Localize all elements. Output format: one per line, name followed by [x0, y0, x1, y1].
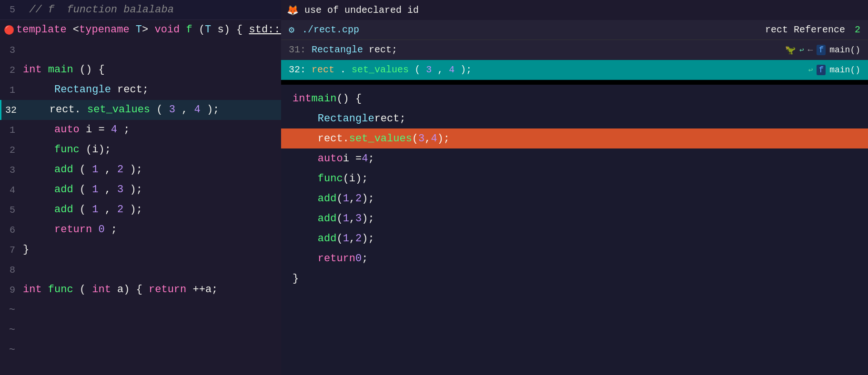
rect-decl-code: Rectangle rect; — [23, 80, 277, 100]
ref-line-32[interactable]: 32: rect . set_values ( 3 , 4 ); ↩ f mai… — [281, 60, 868, 80]
left-panel: 5 // f function balalaba 🔴 template <typ… — [0, 0, 281, 375]
ln-blank8: 8 — [4, 265, 23, 276]
ln-func: 2 — [4, 145, 23, 156]
tilde-3: ~ — [0, 340, 281, 360]
ref-title-text: rect Reference 2 — [765, 24, 860, 35]
ln-auto: 1 — [4, 125, 23, 136]
ln-3: 3 — [4, 45, 23, 56]
line-blank-3: 3 — [0, 40, 281, 60]
preview-line-4: auto i = 4 ; — [281, 148, 868, 168]
f-icon-32: f — [817, 65, 826, 75]
tilde-1: ~ — [0, 300, 281, 320]
ln-close: 7 — [4, 245, 23, 256]
line-set-values: 32 rect. set_values ( 3 , 4 ); — [0, 100, 281, 120]
line-add3: 5 add ( 1 , 2 ); — [0, 200, 281, 220]
fox-icon: 🦊 — [287, 4, 299, 16]
ln-return: 6 — [4, 225, 23, 236]
ref-icons-31: 🦖 ↩ ← f main() — [785, 45, 860, 55]
ref-count: 2 — [855, 24, 860, 35]
tilde-2: ~ — [0, 320, 281, 340]
ref-linenum-32: 32: — [289, 64, 306, 75]
ref-line-31[interactable]: 31: Rectangle rect; 🦖 ↩ ← f main() — [281, 40, 868, 60]
line-close-brace: 7 } — [0, 240, 281, 260]
error-bar: 🦊 use of undeclared id — [281, 0, 868, 20]
template-code: template <typename T> void f (T s) { std… — [16, 20, 281, 40]
func-def-code: int func ( int a) { return ++a; — [23, 280, 277, 300]
line-template: 🔴 template <typename T> void f (T s) { s… — [0, 20, 281, 40]
add2-code: add ( 1 , 3 ); — [23, 180, 277, 200]
ref-linenum-31: 31: — [289, 44, 306, 55]
add1-code: add ( 1 , 2 ); — [23, 160, 277, 180]
right-panel: 🦊 use of undeclared id ⚙ ./rect.cpp rect… — [281, 0, 868, 375]
preview-line-6: add ( 1 , 2 ); — [281, 188, 868, 208]
func-call-code: func (i); — [23, 140, 277, 160]
ln-funcdef: 9 — [4, 285, 23, 296]
ln-rect: 1 — [4, 85, 23, 96]
main-label-32: main() — [829, 65, 860, 75]
set-values-code: rect. set_values ( 3 , 4 ); — [24, 100, 277, 120]
ln-main: 2 — [4, 65, 23, 76]
line-return: 6 return 0 ; — [0, 220, 281, 240]
references-header: ⚙ ./rect.cpp rect Reference 2 — [281, 20, 868, 40]
dino-icon-31: 🦖 — [785, 45, 796, 55]
preview-line-5: func (i); — [281, 168, 868, 188]
line-blank8: 8 — [0, 260, 281, 280]
line-func-call: 2 func (i); — [0, 140, 281, 160]
preview-line-3: rect. set_values ( 3 , 4 ); — [281, 128, 868, 148]
ref-title-label: rect Reference — [765, 24, 845, 35]
gear-icon[interactable]: ⚙ — [289, 24, 294, 36]
ref-file-path[interactable]: ./rect.cpp — [302, 24, 359, 35]
preview-line-10: } — [281, 268, 868, 288]
ref-icon-arrow-31: ↩ — [799, 45, 804, 55]
main-label-31: main() — [829, 45, 860, 55]
preview-line-2: Rectangle rect; — [281, 109, 868, 128]
line-add1: 3 add ( 1 , 2 ); — [0, 160, 281, 180]
comment-bar: 5 // f function balalaba — [0, 0, 281, 20]
arrow-icon-31: ← — [808, 45, 813, 55]
ln-add2: 4 — [4, 185, 23, 196]
ref-icons-32: ↩ f main() — [808, 65, 860, 75]
preview-line-7: add ( 1 , 3 ); — [281, 208, 868, 228]
line-num-comment: 5 — [4, 4, 23, 15]
line-main: 2 int main () { — [0, 60, 281, 80]
f-icon-31: f — [817, 45, 826, 55]
black-divider — [281, 80, 868, 85]
line-func-def: 9 int func ( int a) { return ++a; — [0, 280, 281, 300]
main-code: int main () { — [23, 60, 277, 80]
ref-icon-arrow-32: ↩ — [808, 65, 813, 75]
ln-32: 32 — [5, 105, 24, 116]
add3-code: add ( 1 , 2 ); — [23, 200, 277, 220]
ln-add3: 5 — [4, 205, 23, 216]
close-brace: } — [23, 240, 277, 260]
line-add2: 4 add ( 1 , 3 ); — [0, 180, 281, 200]
preview-line-1: int main () { — [281, 89, 868, 109]
ref-code-31: Rectangle rect; — [312, 44, 779, 55]
comment-text: // f function balalaba — [23, 4, 174, 16]
ref-code-32: rect . set_values ( 3 , 4 ); — [312, 64, 803, 75]
error-icon: 🔴 — [4, 25, 14, 35]
preview-area: int main () { Rectangle rect; rect. set_… — [281, 85, 868, 375]
auto-code: auto i = 4 ; — [23, 120, 277, 140]
ln-add1: 3 — [4, 165, 23, 176]
preview-line-8: add ( 1 , 2 ); — [281, 228, 868, 248]
return-code: return 0 ; — [23, 220, 277, 240]
line-rect-decl: 1 Rectangle rect; — [0, 80, 281, 100]
line-auto: 1 auto i = 4 ; — [0, 120, 281, 140]
editor-area: 5 // f function balalaba 🔴 template <typ… — [0, 0, 868, 375]
preview-line-9: return 0 ; — [281, 248, 868, 268]
ref-list: 31: Rectangle rect; 🦖 ↩ ← f main() 32: r… — [281, 40, 868, 80]
error-message: use of undeclared id — [304, 5, 419, 16]
